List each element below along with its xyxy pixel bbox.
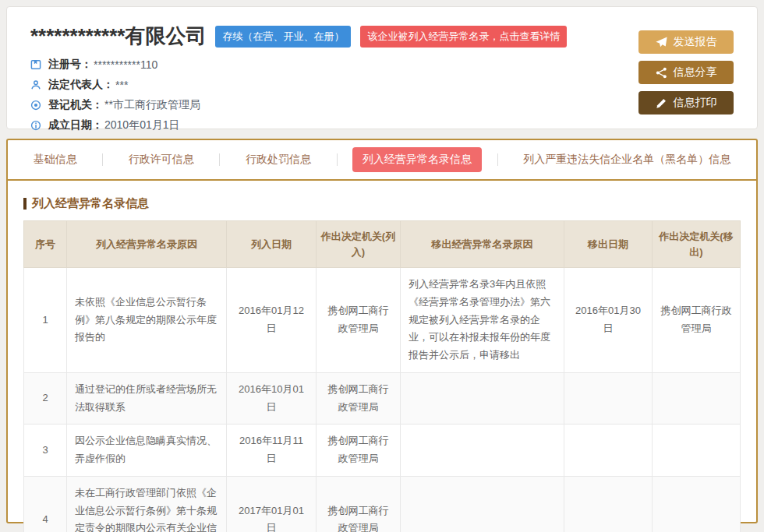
status-badge: 存续（在营、开业、在册）	[215, 26, 351, 48]
info-value: 2010年01月1日	[104, 118, 180, 132]
table-cell: 2	[24, 372, 67, 425]
action-button-label: 发送报告	[674, 35, 717, 49]
table-cell	[401, 476, 564, 532]
main-panel: 基础信息行政许可信息行政处罚信息列入经营异常名录信息列入严重违法失信企业名单（黑…	[6, 139, 758, 523]
section-title: 列入经营异常名录信息	[23, 196, 741, 211]
table-cell: 2016年10月01日	[227, 372, 317, 425]
send-report-button[interactable]: 发送报告	[638, 30, 734, 54]
table-cell	[653, 476, 741, 532]
table-body: 1未依照《企业信息公示暂行条例》第八条规定的期限公示年度报告的2016年01月1…	[24, 268, 741, 532]
table-cell: 携创网工商行政管理局	[317, 425, 401, 477]
column-header: 序号	[24, 221, 67, 268]
info-icon	[30, 120, 43, 131]
share-info-button[interactable]: 信息分享	[638, 61, 734, 84]
table-cell: 携创网工商行政管理局	[317, 268, 401, 373]
column-header: 移出经营异常名录原因	[401, 221, 564, 268]
tab-blacklist[interactable]: 列入严重违法失信企业名单（黑名单）信息	[513, 147, 741, 172]
tab-basic-info[interactable]: 基础信息	[23, 147, 87, 172]
table-header: 序号列入经营异常名录原因列入日期作出决定机关(列入)移出经营异常名录原因移出日期…	[24, 221, 741, 268]
abnormal-warning-badge[interactable]: 该企业被列入经营异常名录，点击查看详情	[360, 26, 567, 48]
tab-divider	[337, 153, 338, 166]
table-cell: 未在工商行政管理部门依照《企业信息公示暂行条例》第十条规定责令的期限内公示有关企…	[67, 476, 227, 532]
action-buttons: 发送报告信息分享信息打印	[638, 30, 734, 122]
company-info-item-3: 成立日期：2010年01月1日	[30, 118, 734, 132]
company-name: ************有限公司	[30, 23, 206, 50]
table-cell: 2017年01月01日	[227, 476, 317, 532]
abnormal-section: 列入经营异常名录信息 序号列入经营异常名录原因列入日期作出决定机关(列入)移出经…	[8, 181, 756, 532]
table-cell	[564, 372, 653, 425]
company-title-row: ************有限公司 存续（在营、开业、在册） 该企业被列入经营异常…	[30, 23, 734, 50]
tab-divider	[102, 153, 103, 166]
action-button-label: 信息分享	[674, 65, 717, 79]
table-cell: 因公示企业信息隐瞒真实情况、弄虚作假的	[67, 425, 227, 477]
table-cell	[564, 425, 653, 477]
company-info-item-0: 注册号：***********110	[30, 58, 734, 72]
table-row: 1未依照《企业信息公示暂行条例》第八条规定的期限公示年度报告的2016年01月1…	[24, 268, 741, 373]
column-header: 列入日期	[227, 221, 317, 268]
pencil-icon	[656, 97, 667, 109]
table-row: 2通过登记的住所或者经营场所无法取得联系2016年10月01日携创网工商行政管理…	[24, 372, 741, 425]
page: { "header": { "company_name": "*********…	[0, 0, 764, 532]
table-cell	[653, 372, 741, 425]
column-header: 移出日期	[564, 221, 653, 268]
table-cell	[653, 425, 741, 477]
company-info-item-2: 登记机关：**市工商行政管理局	[30, 98, 734, 112]
tab-divider	[497, 153, 498, 166]
info-value: ***********110	[94, 58, 157, 71]
table-header-row: 序号列入经营异常名录原因列入日期作出决定机关(列入)移出经营异常名录原因移出日期…	[24, 221, 741, 268]
certificate-icon	[30, 59, 43, 70]
table-cell: 2016年11月11日	[227, 425, 317, 477]
info-value: ***	[115, 79, 128, 91]
company-header-card: ************有限公司 存续（在营、开业、在册） 该企业被列入经营异常…	[6, 6, 758, 129]
info-label: 成立日期：	[48, 118, 103, 132]
table-cell: 携创网工商行政管理局	[317, 372, 401, 425]
person-icon	[30, 79, 43, 90]
info-label: 法定代表人：	[48, 78, 114, 92]
table-cell	[564, 476, 653, 532]
table-cell: 1	[24, 268, 67, 373]
print-info-button[interactable]: 信息打印	[638, 91, 734, 115]
table-cell: 通过登记的住所或者经营场所无法取得联系	[67, 372, 227, 425]
column-header: 作出决定机关(列入)	[317, 221, 401, 268]
section-title-marker	[23, 198, 27, 210]
column-header: 列入经营异常名录原因	[67, 221, 227, 268]
info-value: **市工商行政管理局	[104, 98, 200, 112]
table-cell	[401, 372, 564, 425]
table-cell: 携创网工商行政管理局	[653, 268, 741, 373]
action-button-label: 信息打印	[674, 96, 717, 110]
table-cell: 列入经营异常名录3年内且依照《经营异常名录管理办法》第六规定被列入经营异常名录的…	[401, 268, 564, 373]
tab-bar: 基础信息行政许可信息行政处罚信息列入经营异常名录信息列入严重违法失信企业名单（黑…	[8, 140, 756, 181]
paper-plane-icon	[656, 37, 667, 48]
table-cell: 3	[24, 425, 67, 477]
table-cell	[401, 425, 564, 477]
table-cell: 携创网工商行政管理局	[317, 476, 401, 532]
info-label: 登记机关：	[48, 98, 103, 112]
company-info-item-1: 法定代表人：***	[30, 78, 734, 92]
table-cell: 未依照《企业信息公示暂行条例》第八条规定的期限公示年度报告的	[67, 268, 227, 373]
tab-admin-license[interactable]: 行政许可信息	[118, 147, 204, 172]
tab-divider	[219, 153, 220, 166]
share-icon	[656, 67, 667, 79]
table-cell: 2016年01月30日	[564, 268, 653, 373]
section-title-text: 列入经营异常名录信息	[32, 196, 149, 211]
table-cell: 2016年01月12日	[227, 268, 317, 373]
location-icon	[30, 100, 43, 111]
table-row: 3因公示企业信息隐瞒真实情况、弄虚作假的2016年11月11日携创网工商行政管理…	[24, 425, 741, 477]
abnormal-records-table: 序号列入经营异常名录原因列入日期作出决定机关(列入)移出经营异常名录原因移出日期…	[23, 220, 741, 532]
column-header: 作出决定机关(移出)	[653, 221, 741, 268]
tab-admin-penalty[interactable]: 行政处罚信息	[235, 147, 321, 172]
tab-abnormal-list[interactable]: 列入经营异常名录信息	[352, 147, 482, 172]
table-cell: 4	[24, 476, 67, 532]
company-info-list: 注册号：***********110法定代表人：***登记机关：**市工商行政管…	[30, 58, 734, 132]
info-label: 注册号：	[48, 58, 92, 72]
table-row: 4未在工商行政管理部门依照《企业信息公示暂行条例》第十条规定责令的期限内公示有关…	[24, 476, 741, 532]
